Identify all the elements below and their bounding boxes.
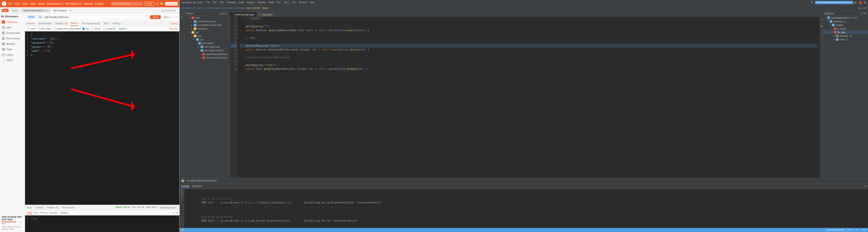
tree-item-user[interactable]: ▶ J User	[184, 16, 229, 20]
run-button[interactable]: ▶	[855, 1, 857, 4]
ide-menu-view[interactable]: View	[219, 1, 224, 4]
resp-tab-pretty[interactable]: Pretty	[26, 211, 32, 214]
tree-item-resources[interactable]: ▶ 📁 resources	[184, 27, 229, 30]
tree-item-service-impl[interactable]: ▶ p com.taotao.service.impl	[184, 23, 229, 27]
tree-item-java[interactable]: ▼ 📁 java	[184, 34, 229, 38]
resp-tab-visualize[interactable]: Visualize	[49, 211, 58, 214]
body-type-binary[interactable]: binary	[91, 27, 101, 30]
tab-authorization[interactable]: Authorization	[38, 21, 52, 26]
method-selector[interactable]: POST GET PUT DELETE	[26, 15, 42, 19]
editor-tab-user[interactable]: J User.java	[257, 12, 275, 16]
url-input[interactable]	[43, 15, 149, 19]
ide-menu-code[interactable]: Code	[239, 1, 244, 4]
response-tab-test-results[interactable]: Test Results	[61, 205, 74, 210]
body-type-form-data[interactable]: form-data	[37, 27, 51, 30]
search-everywhere[interactable]: 🔍	[811, 1, 813, 4]
response-tab-headers[interactable]: Headers (3)	[46, 205, 59, 210]
toolbar-icon-1[interactable]: ⊞	[858, 7, 860, 9]
project-settings-icon[interactable]: ⚙	[225, 12, 228, 15]
ide-menu-build[interactable]: Build	[269, 1, 274, 4]
project-tab[interactable]: Project	[180, 12, 184, 21]
console-tab[interactable]: Console	[181, 184, 189, 188]
ide-menu-window[interactable]: Window	[299, 1, 307, 4]
tree-item-dao[interactable]: ▶ p com.taotao.dao	[184, 45, 229, 48]
resp-tab-preview[interactable]: Preview	[39, 211, 48, 214]
ide-menu-refactor[interactable]: Refactor	[258, 1, 266, 4]
sync-icon[interactable]: ⟳	[156, 2, 158, 5]
db-users-item[interactable]: ▶ u Users :7	[823, 38, 868, 41]
menu-help[interactable]: Help	[30, 2, 35, 5]
sidebar-item-monitors[interactable]: ◉ Monitors	[0, 41, 25, 46]
sidebar-item-flows[interactable]: ⇶ Flows	[0, 46, 25, 52]
tab-params[interactable]: Params	[26, 21, 35, 26]
tree-item-test-case-2[interactable]: J UserServiceTestCase	[184, 56, 229, 60]
services-tab[interactable]: Services	[181, 190, 183, 198]
url-tab[interactable]: http://localhost:80/us... ×	[21, 9, 50, 12]
db-mybatis-item[interactable]: ▼ m mybatis	[823, 23, 868, 27]
response-tab-body[interactable]: Body	[26, 205, 33, 210]
tab-body[interactable]: Body ●	[70, 21, 79, 26]
search-input[interactable]	[111, 2, 143, 6]
tree-item-taotao[interactable]: ▼ p com.taotao	[184, 41, 229, 45]
json-format-selector[interactable]: JSON ∨	[118, 28, 128, 30]
response-tab-cookies[interactable]: Cookies	[35, 205, 44, 210]
db-schemas-item[interactable]: ▼ s schemas :1	[823, 20, 868, 23]
tab-pre-request[interactable]: Pre-request Script	[81, 21, 100, 26]
upgrade-button[interactable]: Upgrade	[165, 2, 178, 5]
notification-icon[interactable]: 🔔	[160, 2, 163, 5]
run-stop-button[interactable]: ▶	[181, 179, 185, 183]
tree-item-test-service[interactable]: ▼ p com.taotao.service	[184, 48, 229, 52]
tree-item-com[interactable]: ▼ p com	[184, 38, 229, 41]
tree-item-test[interactable]: ▼ 📁 test	[184, 30, 229, 34]
save-response-button[interactable]: Save Response ∨	[158, 206, 178, 209]
new-request-tab[interactable]: New Request	[51, 9, 69, 12]
line-sep-label[interactable]: LF	[856, 229, 859, 232]
db-connection-item[interactable]: ▼ ⊙ mybatis@localhost :1 of 1	[823, 16, 868, 20]
nav-reports[interactable]: Reports	[84, 2, 93, 5]
toolbar-icon-2[interactable]: ⊟	[861, 7, 863, 9]
copy-response-icon[interactable]: ⧉	[173, 211, 175, 214]
beautify-button[interactable]: Beautify	[169, 28, 178, 30]
sidebar-item-apis[interactable]: ⬡ APIs	[0, 25, 25, 30]
sidebar-item-collections[interactable]: ≡ Collections	[0, 19, 25, 25]
db-add-icon[interactable]: +	[860, 12, 861, 15]
save-button[interactable]: Save ∨	[162, 15, 173, 19]
db-tb-user-item[interactable]: ▼ t tb_user	[823, 30, 868, 34]
ide-menu-navigate[interactable]: Navigate	[227, 1, 236, 4]
ide-menu-analyze[interactable]: Analyze	[247, 1, 255, 4]
ide-menu-edit[interactable]: Edit	[213, 1, 216, 4]
db-tb-brand-item[interactable]: ▶ t tb_brand	[823, 27, 868, 30]
menu-view[interactable]: View	[22, 2, 28, 5]
body-type-url-encoded[interactable]: x-www-form-urlencoded	[53, 27, 80, 30]
invite-button[interactable]: Invite	[145, 2, 154, 6]
cookies-link[interactable]: Cookies	[170, 22, 178, 25]
nav-workspaces[interactable]: Workspaces ∨	[47, 2, 63, 5]
code-view-icon[interactable]: </>	[174, 16, 178, 19]
add-tab-btn[interactable]: +	[70, 8, 72, 12]
db-settings-icon[interactable]: ⚙	[864, 12, 866, 15]
db-columns-item[interactable]: ▶ c columns :19	[823, 34, 868, 38]
resp-tab-raw[interactable]: Raw	[34, 211, 38, 214]
endpoints-tab[interactable]: Endpoints	[192, 185, 202, 188]
run-config-selector[interactable]: SPRINGBOOT08SSMPAPPLICATION	[815, 1, 854, 4]
resp-json-selector[interactable]: JSON ∨	[60, 211, 70, 214]
expand-all-icon[interactable]: ⊞	[220, 12, 222, 15]
ide-menu-vcs[interactable]: VCS	[291, 1, 296, 4]
menu-file[interactable]: File	[8, 2, 12, 5]
encoding-label[interactable]: UTF-8	[847, 229, 853, 232]
tab-tests[interactable]: Tests	[103, 21, 110, 26]
nav-api-network[interactable]: API Network ∨	[65, 2, 82, 5]
body-type-raw[interactable]: raw	[82, 27, 89, 30]
settings-icon[interactable]: ⚙	[865, 7, 867, 9]
editor-tab-user-controller[interactable]: J UserController.java	[230, 12, 257, 16]
debug-button[interactable]: ⬤	[859, 1, 862, 4]
body-type-none[interactable]: none	[27, 27, 35, 30]
sidebar-item-history[interactable]: 🕐 History	[0, 52, 25, 58]
new-button[interactable]: New	[2, 9, 9, 12]
request-body-editor[interactable]: 1 { 2 "username": "赵六", 3 "password": 12…	[25, 31, 179, 205]
sidebar-item-environments[interactable]: ⊕ Environments	[0, 30, 25, 36]
search-response-icon[interactable]: ⊞	[176, 211, 178, 214]
menu-edit[interactable]: Edit	[15, 2, 19, 5]
ide-menu-tools[interactable]: Tools	[284, 1, 289, 4]
profile-button[interactable]: ⚙	[864, 1, 866, 4]
